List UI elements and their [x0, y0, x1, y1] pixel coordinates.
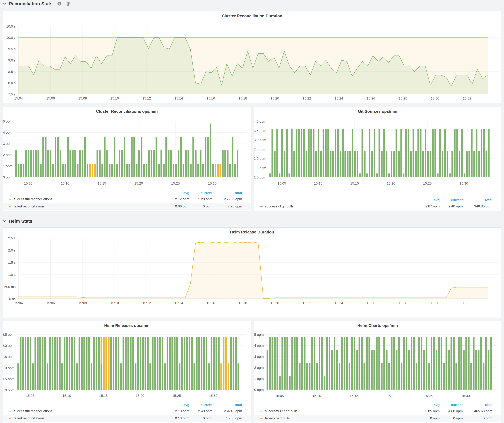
series-total: 465.60 opm [463, 409, 492, 413]
legend-row: successful chart pulls 3.85 opm 4.80 opm… [254, 408, 501, 415]
series-avg: 2.12 opm [164, 197, 189, 201]
legend: avg current total successful git pulls 2… [254, 198, 501, 210]
svg-text:15:15: 15:15 [350, 394, 358, 398]
svg-text:15:05: 15:05 [24, 182, 32, 185]
trash-icon[interactable] [66, 1, 71, 6]
series-current: 2.40 opm [189, 409, 212, 413]
svg-text:15:20: 15:20 [134, 182, 143, 185]
svg-text:5 opm: 5 opm [254, 333, 264, 337]
svg-text:15:22: 15:22 [302, 301, 311, 305]
section-title: Helm Stats [9, 219, 32, 224]
legend-col-total[interactable]: total [212, 191, 242, 195]
svg-text:2.0 opm: 2.0 opm [3, 344, 14, 348]
svg-text:2 opm: 2 opm [254, 366, 264, 370]
svg-text:1 opm: 1 opm [3, 164, 12, 168]
svg-text:15:18: 15:18 [239, 301, 247, 305]
svg-text:15:20: 15:20 [136, 394, 144, 398]
svg-text:15:12: 15:12 [143, 96, 151, 100]
svg-text:15:10: 15:10 [314, 182, 323, 185]
section-title: Reconciliation Stats [9, 1, 53, 6]
panel-title[interactable]: Helm Charts ops/min [254, 323, 501, 328]
svg-text:15:15: 15:15 [97, 182, 106, 185]
svg-text:15:28: 15:28 [399, 96, 407, 100]
svg-text:15:32: 15:32 [463, 301, 471, 305]
svg-text:15:20: 15:20 [270, 301, 279, 305]
svg-text:15:32: 15:32 [463, 96, 471, 100]
helm-release-duration-chart[interactable]: 15:0415:0615:0815:1015:1215:1415:1615:18… [3, 228, 501, 317]
series-avg: 0 opm [415, 416, 440, 420]
svg-text:10.5 s: 10.5 s [6, 24, 16, 28]
gear-icon[interactable] [57, 1, 61, 6]
series-total: 256.80 opm [212, 197, 242, 201]
panel-title[interactable]: Helm Release Duration [3, 230, 501, 235]
legend-col-total[interactable]: total [212, 403, 242, 407]
series-total: 346.80 opm [463, 204, 492, 208]
legend-row: failed reconciliations 0.13 opm 0 opm 15… [3, 415, 251, 422]
cluster-reconciliation-duration-chart[interactable]: 15:0415:0615:0815:1015:1215:1415:1615:18… [3, 11, 501, 103]
svg-text:15:30: 15:30 [431, 96, 439, 100]
legend-col-avg[interactable]: avg [415, 403, 440, 407]
panel-cluster-reconciliations-opm: 15:0515:1015:1515:2015:2515:305 opm4 opm… [3, 107, 251, 211]
svg-text:1.0 opm: 1.0 opm [254, 175, 266, 179]
svg-text:15:25: 15:25 [423, 182, 432, 185]
series-label[interactable]: successful chart pulls [265, 409, 415, 413]
chevron-down-icon [2, 219, 6, 223]
legend-header: avg current total [3, 190, 251, 196]
svg-text:15:14: 15:14 [174, 96, 183, 100]
panel-helm-release-duration: 15:0415:0615:0815:1015:1215:1415:1615:18… [3, 227, 501, 318]
svg-text:15:25: 15:25 [424, 394, 433, 398]
series-label[interactable]: successful reconciliations [14, 409, 164, 413]
svg-text:500 ms: 500 ms [4, 285, 16, 289]
legend: avg current total successful chart pulls… [254, 402, 501, 422]
panel-title[interactable]: Cluster Reconciliation Duration [3, 14, 501, 18]
legend-row: failed chart pulls 0 opm 0 opm 0 opm [254, 415, 501, 422]
svg-text:8.0 s: 8.0 s [8, 81, 16, 85]
section-header-helm-stats[interactable]: Helm Stats [2, 218, 32, 225]
panel-git-sources-opm: 15:0515:1015:1515:2015:2515:304.0 opm3.5… [254, 107, 501, 211]
svg-text:0 opm: 0 opm [254, 388, 264, 392]
svg-text:1 opm: 1 opm [254, 377, 264, 381]
legend-col-current[interactable]: current [189, 403, 212, 407]
legend-col-total[interactable]: total [463, 403, 492, 407]
legend-col-avg[interactable]: avg [415, 198, 440, 202]
svg-text:15:05: 15:05 [277, 182, 286, 185]
panel-title[interactable]: Cluster Reconciliations ops/min [3, 109, 251, 114]
series-label[interactable]: failed reconciliations [14, 204, 164, 208]
series-current: 0 opm [189, 204, 212, 208]
svg-text:7.5 s: 7.5 s [8, 92, 16, 96]
legend-col-current[interactable]: current [440, 403, 463, 407]
git-sources-chart[interactable]: 15:0515:1015:1515:2015:2515:304.0 opm3.5… [254, 107, 501, 211]
section-header-reconciliation-stats[interactable]: Reconciliation Stats [2, 0, 71, 7]
svg-text:3 opm: 3 opm [3, 142, 12, 146]
svg-text:3.0 opm: 3.0 opm [254, 138, 266, 142]
svg-text:2.5 opm: 2.5 opm [254, 147, 266, 151]
series-label[interactable]: successful git pulls [265, 204, 415, 208]
svg-text:15:30: 15:30 [461, 394, 470, 398]
series-total: 15.60 opm [212, 416, 242, 420]
svg-text:0 opm: 0 opm [5, 388, 14, 392]
series-avg: 0.13 opm [164, 416, 189, 420]
svg-text:15:04: 15:04 [14, 96, 23, 100]
svg-text:15:22: 15:22 [302, 96, 311, 100]
legend-col-avg[interactable]: avg [164, 191, 189, 195]
series-label[interactable]: failed reconciliations [14, 416, 164, 420]
legend-col-current[interactable]: current [189, 191, 212, 195]
series-label[interactable]: successful reconciliations [14, 197, 164, 201]
series-color-dash-icon [9, 206, 11, 207]
legend-col-total[interactable]: total [463, 198, 492, 202]
panel-title[interactable]: Helm Releases ops/min [3, 323, 251, 328]
svg-text:15:30: 15:30 [459, 182, 468, 185]
series-label[interactable]: failed chart pulls [265, 416, 415, 420]
svg-text:15:26: 15:26 [366, 96, 375, 100]
series-color-dash-icon [260, 418, 263, 419]
svg-text:15:10: 15:10 [61, 182, 69, 185]
svg-text:15:05: 15:05 [26, 394, 35, 398]
svg-text:2 opm: 2 opm [3, 153, 12, 157]
legend-col-avg[interactable]: avg [164, 403, 189, 407]
svg-text:9.5 s: 9.5 s [8, 47, 16, 51]
legend-col-current[interactable]: current [440, 198, 463, 202]
panel-title[interactable]: Git Sources ops/min [254, 109, 501, 114]
svg-text:1.0 s: 1.0 s [8, 273, 16, 276]
svg-text:15:18: 15:18 [239, 96, 247, 100]
svg-text:15:15: 15:15 [350, 182, 359, 185]
